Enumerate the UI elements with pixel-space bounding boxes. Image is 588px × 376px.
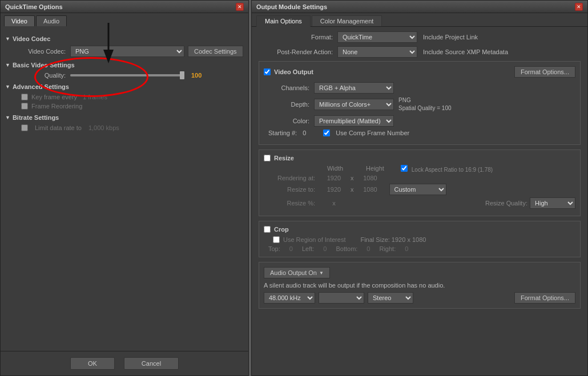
depth-select[interactable]: Millions of Colors+ — [314, 99, 394, 110]
oms-content: Format: QuickTime Include Project Link P… — [252, 27, 587, 375]
channels-row: Channels: RGB + Alpha — [264, 82, 575, 94]
height-col-label: Height — [355, 165, 395, 173]
lock-label: Lock Aspect Ratio to 16:9 (1.78) — [412, 167, 493, 173]
codec-select[interactable]: PNG — [70, 46, 184, 57]
format-select[interactable]: QuickTime — [337, 31, 417, 43]
starting-hash-value: 0 — [303, 130, 306, 136]
crop-section: Crop Use Region of Interest Final Size: … — [259, 221, 581, 257]
limit-value: 1,000 kbps — [88, 124, 119, 131]
keyframe-checkbox[interactable] — [21, 94, 28, 100]
resize-quality-select[interactable]: High — [530, 197, 575, 209]
qt-title: QuickTime Options — [5, 3, 63, 10]
starting-hash-row: Starting #: 0 Use Comp Frame Number — [264, 130, 575, 136]
post-render-select[interactable]: None — [337, 46, 417, 58]
resize-to-label: Resize to: — [264, 186, 315, 193]
rendering-at-row: Rendering at: 1920 x 1080 — [264, 175, 575, 181]
codec-settings-button[interactable]: Codec Settings — [188, 46, 243, 57]
color-select[interactable]: Premultiplied (Matted) — [314, 115, 394, 127]
oms-close-button[interactable]: ✕ — [575, 3, 583, 11]
format-row: Format: QuickTime Include Project Link — [259, 31, 581, 43]
basic-video-arrow: ▼ — [5, 62, 10, 68]
use-comp-frame-checkbox[interactable] — [323, 130, 330, 136]
width-col-label: Width — [315, 165, 355, 173]
crop-right-label: Right: — [379, 245, 396, 252]
resize-pct-row: Resize %: x Resize Quality: High — [264, 197, 575, 209]
advanced-settings-arrow: ▼ — [5, 84, 10, 90]
video-codec-section-label: Video Codec — [13, 35, 50, 42]
color-row: Color: Premultiplied (Matted) — [264, 115, 575, 127]
resize-to-x: x — [351, 186, 354, 193]
video-output-label: Video Output — [274, 68, 313, 75]
use-comp-frame-label: Use Comp Frame Number — [336, 130, 409, 136]
advanced-settings-header[interactable]: ▼ Advanced Settings — [5, 83, 244, 90]
oms-tabs: Main Options Color Management — [252, 13, 587, 27]
crop-top-value: 0 — [289, 245, 293, 252]
ok-button[interactable]: OK — [70, 357, 115, 370]
audio-dropdown-arrow: ▼ — [319, 270, 324, 276]
stereo-select[interactable]: Stereo — [368, 292, 413, 304]
audio-section: Audio Output On ▼ A silent audio track w… — [259, 262, 581, 309]
video-codec-header[interactable]: ▼ Video Codec — [5, 35, 244, 42]
roi-checkbox[interactable] — [273, 236, 280, 243]
quality-label: Quality: — [14, 72, 66, 79]
basic-video-header[interactable]: ▼ Basic Video Settings — [5, 62, 244, 68]
keyframe-value: 1 frames — [83, 94, 107, 100]
sample-rate-select[interactable]: 48.000 kHz — [264, 292, 315, 304]
crop-checkbox[interactable] — [264, 226, 271, 233]
resize-checkbox[interactable] — [264, 155, 271, 161]
png-note-line1: PNG — [398, 96, 452, 104]
audio-output-button[interactable]: Audio Output On ▼ — [264, 267, 330, 278]
bitrate-section-label: Bitrate Settings — [13, 114, 59, 121]
frame-reorder-label: Frame Reordering — [31, 103, 82, 110]
resize-quality-label: Resize Quality: — [485, 200, 527, 207]
png-note: PNG Spatial Quality = 100 — [398, 96, 452, 112]
depth-row: Depth: Millions of Colors+ PNG Spatial Q… — [264, 96, 575, 112]
frame-reorder-checkbox[interactable] — [21, 103, 28, 110]
qt-close-button[interactable]: ✕ — [236, 3, 244, 11]
crop-left-value: 0 — [323, 245, 327, 252]
resize-pct-label: Resize %: — [264, 200, 315, 207]
oms-tab-main[interactable]: Main Options — [256, 15, 311, 27]
qt-footer: OK Cancel — [1, 351, 248, 375]
oms-tab-color[interactable]: Color Management — [312, 15, 382, 26]
video-codec-arrow: ▼ — [5, 36, 10, 42]
qt-content: ▼ Video Codec Video Codec: PNG Codec Set… — [1, 26, 248, 351]
channels-select[interactable]: RGB + Alpha — [314, 82, 394, 94]
quality-slider[interactable] — [70, 74, 184, 76]
resize-label: Resize — [274, 155, 294, 161]
post-render-row: Post-Render Action: None Include Source … — [259, 46, 581, 58]
limit-row: Limit data rate to 1,000 kbps — [5, 124, 244, 131]
audio-format-options-button[interactable]: Format Options... — [514, 292, 575, 304]
audio-output-label: Audio Output On — [270, 269, 317, 276]
codec-row: Video Codec: PNG Codec Settings — [5, 46, 244, 57]
depth-label: Depth: — [264, 101, 309, 108]
crop-right-value: 0 — [405, 245, 408, 252]
bitrate-header[interactable]: ▼ Bitrate Settings — [5, 114, 244, 121]
qt-tab-video[interactable]: Video — [4, 15, 35, 26]
codec-label: Video Codec: — [14, 48, 66, 55]
audio-header-row: Audio Output On ▼ — [264, 267, 575, 278]
format-options-button[interactable]: Format Options... — [514, 66, 575, 78]
qt-tab-audio[interactable]: Audio — [36, 15, 67, 26]
cancel-button[interactable]: Cancel — [124, 357, 179, 370]
include-project-link-label: Include Project Link — [423, 34, 478, 41]
video-output-checkbox[interactable] — [264, 68, 271, 75]
keyframe-label: Key frame every — [31, 94, 77, 100]
quality-value: 100 — [191, 72, 202, 79]
roi-row: Use Region of Interest Final Size: 1920 … — [264, 236, 575, 243]
lock-aspect-checkbox[interactable] — [401, 165, 408, 172]
quality-slider-fill — [70, 74, 184, 76]
quicktime-dialog: QuickTime Options ✕ Video Audio ▼ Video … — [0, 0, 249, 376]
resize-to-row: Resize to: 1920 x 1080 Custom — [264, 184, 575, 195]
rendering-width: 1920 — [320, 175, 348, 181]
resize-preset-select[interactable]: Custom — [389, 184, 446, 195]
lock-checkbox-label: Lock Aspect Ratio to 16:9 (1.78) — [401, 165, 493, 173]
crop-top-label: Top: — [268, 245, 280, 252]
audio-format-select[interactable] — [319, 292, 364, 304]
resize-col-labels: Width Height Lock Aspect Ratio to 16:9 (… — [264, 165, 575, 173]
rendering-at-label: Rendering at: — [264, 175, 315, 181]
resize-to-width: 1920 — [320, 186, 348, 193]
limit-checkbox[interactable] — [21, 124, 28, 131]
basic-video-section-label: Basic Video Settings — [13, 62, 75, 68]
quality-slider-thumb — [180, 71, 184, 79]
